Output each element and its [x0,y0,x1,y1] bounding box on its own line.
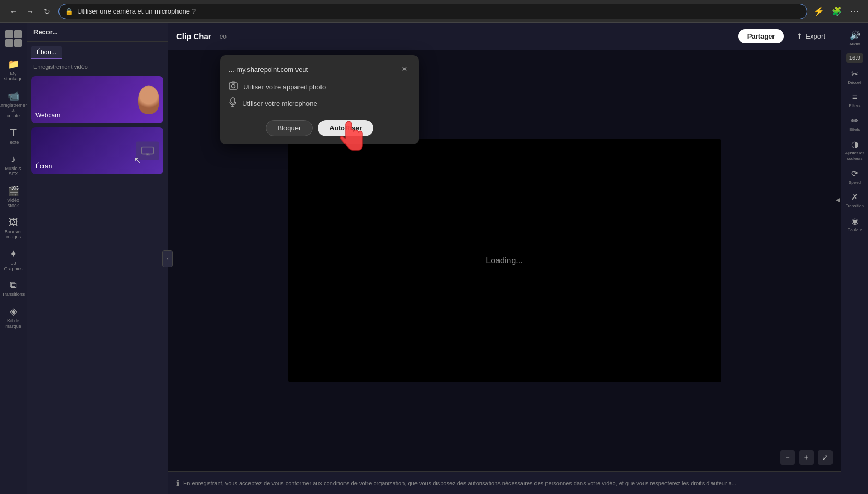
right-tool-speed[interactable]: ⟳ Speed [843,165,867,188]
videostock-icon: 🎬 [8,185,19,197]
video-canvas: Loading... [288,139,721,382]
zoom-in-button[interactable]: ＋ [799,450,814,465]
toolbar-left: Clip Char éo [176,32,227,41]
webcam-thumb-img: Webcam [31,76,163,123]
sidebar-item-brandkit[interactable]: ◈ Kit de marque [2,303,26,332]
webcam-label: Webcam [35,112,60,119]
right-tool-effects[interactable]: ✏ Effets [843,113,867,136]
apps-grid-icon [5,30,22,47]
right-sidebar: 🔊 Audio 16:9 ✂ Décoré ≡ Filtres ✏ Effets… [841,23,868,494]
refresh-button[interactable]: ↻ [40,4,54,19]
filters-label: Filtres [849,103,861,109]
partager-button[interactable]: Partager [738,29,784,43]
right-tool-decore[interactable]: ✂ Décoré [843,66,867,89]
top-toolbar: Clip Char éo Partager ⬆ Export [168,23,841,50]
app-title: Clip Char [176,32,211,41]
aspect-ratio-button[interactable]: 16:9 [846,53,863,63]
sidebar-icons: 📁 My stockage 📹 Enregistrement &create T… [0,23,27,494]
microphone-perm-label: Utiliser votre microphone [242,100,317,107]
ecran-thumb-img: ↖ Écran [31,127,163,174]
audio-icon: 🔊 [850,30,860,40]
effects-label: Effets [849,127,860,132]
dialog-permissions: Utiliser votre appareil photo Utiliser v… [220,79,419,116]
cursor-in-thumb: ↖ [134,154,141,166]
zoom-out-button[interactable]: － [780,450,795,465]
adjust-colors-label: Ajuster les couleurs [844,151,866,161]
speed-icon: ⟳ [851,168,858,178]
record-icon: 📹 [8,90,19,102]
filters-icon: ≡ [852,92,857,102]
zoom-fit-button[interactable]: ⤢ [818,450,833,465]
sidebar-item-videostock[interactable]: 🎬 Vidéo stock [2,182,26,212]
graphics-icon: ✦ [9,248,17,260]
svg-rect-6 [232,82,235,83]
browser-actions: ⚡ 🧩 ⋯ [812,4,862,19]
speed-label: Speed [849,180,861,185]
canvas-zoom-controls: － ＋ ⤢ [780,450,833,465]
text-label: Texte [8,140,19,146]
brandkit-label: Kit de marque [3,319,25,329]
boursier-label: Boursier images [3,230,25,240]
forward-button[interactable]: → [23,4,38,19]
boursier-icon: 🖼 [9,217,18,228]
back-button[interactable]: ← [6,4,21,19]
perm-camera-row: Utiliser votre appareil photo [229,81,410,92]
record-type-label: Enregistrement vidéo [27,59,168,72]
right-tool-audio[interactable]: 🔊 Audio [843,27,867,50]
export-button[interactable]: ⬆ Export [789,29,833,43]
browser-nav-buttons: ← → ↻ [6,4,54,19]
text-icon: T [10,127,16,139]
tab-eboulis[interactable]: Ébou... [31,46,62,59]
transitions-icon: ⧉ [10,280,17,291]
loading-text: Loading... [486,256,522,266]
puzzle-button[interactable]: 🧩 [829,4,844,19]
left-panel: Recor... Ébou... Enregistrement vidéo We… [27,23,168,494]
right-tool-filters[interactable]: ≡ Filtres [843,89,867,112]
sidebar-item-music[interactable]: ♪ Music & SFX [2,151,26,180]
transitions-label: Transitions [2,292,25,297]
dialog-close-button[interactable]: × [399,64,410,75]
browser-chrome: ← → ↻ 🔒 Utiliser une caméra et un microp… [0,0,868,23]
sidebar-item-boursier[interactable]: 🖼 Boursier images [2,214,26,243]
address-bar-text: Utiliser une caméra et un microphone ? [77,7,196,15]
ecran-thumb[interactable]: ↖ Écran [31,127,163,174]
microphone-icon [229,97,237,110]
address-bar[interactable]: 🔒 Utiliser une caméra et un microphone ? [58,4,807,19]
color-icon: ◉ [851,216,859,226]
perm-microphone-row: Utiliser votre microphone [229,97,410,110]
transition-container: ◀ ✗ Transition [843,189,867,212]
sidebar-item-graphics[interactable]: ✦ 88 Graphics [2,245,26,275]
color-label: Couleur [847,227,862,233]
bloquer-button[interactable]: Bloquer [266,120,313,136]
extensions-button[interactable]: ⚡ [812,4,826,19]
webcam-thumb[interactable]: Webcam [31,76,163,123]
right-tool-transition[interactable]: ✗ Transition [843,189,867,212]
sidebar-item-apps[interactable] [2,27,26,53]
camera-perm-label: Utiliser votre appareil photo [243,83,326,91]
panel-collapse-btn[interactable]: ‹ [162,250,173,267]
adjust-colors-icon: ◑ [851,139,859,149]
left-panel-header: Recor... [27,23,168,42]
dialog-header: ...-my.sharepoint.com veut × [220,55,419,79]
svg-rect-0 [142,147,153,154]
menu-button[interactable]: ⋯ [847,4,862,19]
left-panel-title: Recor... [33,28,58,36]
address-bar-icon: 🔒 [65,8,73,15]
right-tool-adjust-colors[interactable]: ◑ Ajuster les couleurs [843,136,867,164]
main-area: Clip Char éo Partager ⬆ Export Loading..… [168,23,841,494]
info-icon: ℹ [176,479,179,487]
decore-icon: ✂ [851,69,858,79]
record-tabs: Ébou... [27,42,168,59]
video-label: éo [220,33,227,40]
videostock-label: Vidéo stock [3,198,25,209]
camera-icon [229,81,238,92]
sidebar-item-record[interactable]: 📹 Enregistrement &create [2,87,26,122]
panel-scroll: Webcam ↖ Écran [27,72,168,494]
svg-point-5 [232,85,235,88]
sidebar-item-transitions[interactable]: ⧉ Transitions [2,276,26,300]
sidebar-item-mystockage[interactable]: 📁 My stockage [2,55,26,85]
sidebar-item-text[interactable]: T Texte [2,124,26,149]
right-tool-color[interactable]: ◉ Couleur [843,213,867,236]
mystockage-icon: 📁 [8,58,19,70]
autoriser-button[interactable]: AutoRiser [318,120,373,136]
